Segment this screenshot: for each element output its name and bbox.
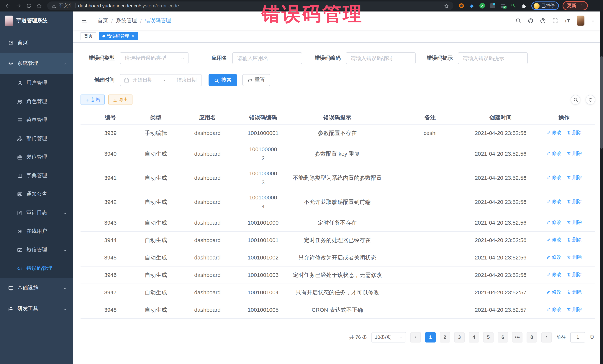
chevron-down-icon (63, 287, 67, 291)
sidebar-item-role-management[interactable]: 角色管理 (0, 92, 73, 111)
reload-button[interactable] (26, 3, 32, 9)
delete-link[interactable]: 删除 (567, 198, 582, 205)
app-name-input[interactable] (232, 52, 302, 64)
delete-link[interactable]: 删除 (567, 129, 582, 136)
reset-button[interactable]: 重置 (242, 74, 270, 86)
page-3[interactable]: 3 (454, 332, 464, 342)
edit-link[interactable]: 修改 (546, 288, 561, 296)
profile-paused-chip[interactable]: 已暂停 (531, 1, 559, 10)
scrollbar-thumb[interactable] (600, 56, 603, 149)
cell-type: 自动生成 (140, 249, 172, 266)
sidebar-item-dict-management[interactable]: 字典管理 (0, 166, 73, 185)
caret-icon (591, 19, 595, 23)
pencil-icon (546, 151, 551, 156)
sidebar-item-error-code-management[interactable]: 错误码管理 (0, 259, 73, 278)
extension-gray-grid-icon[interactable] (490, 3, 495, 9)
delete-link[interactable]: 删除 (567, 219, 582, 226)
error-code-input[interactable] (346, 52, 416, 64)
users-icon (17, 99, 23, 104)
delete-link[interactable]: 删除 (567, 254, 582, 261)
sidebar-item-dev-tools[interactable]: 研发工具 (0, 298, 73, 319)
date-range-picker[interactable]: 开始日期 - 结束日期 (120, 74, 202, 86)
sidebar-item-sms-management[interactable]: 短信管理 (0, 241, 73, 259)
extension-green-key-icon[interactable] (510, 3, 516, 9)
page-2[interactable]: 2 (440, 332, 450, 342)
cell-id: 3945 (81, 249, 140, 266)
sidebar-item-home[interactable]: 首页 (0, 32, 73, 53)
prev-page-button[interactable] (410, 332, 421, 342)
extension-orange-ring-icon[interactable] (459, 3, 464, 9)
back-button[interactable] (5, 3, 11, 9)
toggle-search-button[interactable] (571, 95, 580, 105)
fullscreen-icon[interactable] (552, 17, 558, 24)
delete-link[interactable]: 删除 (567, 174, 582, 181)
tag-错误码管理[interactable]: 错误码管理 (99, 32, 138, 40)
extension-green-check-icon[interactable]: ✓ (479, 3, 485, 9)
edit-link[interactable]: 修改 (546, 271, 561, 278)
page-size-select[interactable]: 10条/页 (371, 332, 406, 342)
search-icon[interactable] (515, 17, 521, 24)
error-hint-input[interactable] (458, 52, 528, 64)
breadcrumb-system[interactable]: 系统管理 (116, 17, 137, 24)
browser-update-button[interactable]: 更新 (563, 1, 588, 10)
browser-menu-dots-icon[interactable] (579, 3, 583, 8)
extension-puzzle-icon[interactable] (521, 3, 527, 9)
error-code-table: 编号类型应用名错误码编码错误码提示备注创建时间操作 3939手动编辑dashbo… (81, 111, 595, 319)
edit-link[interactable]: 修改 (546, 236, 561, 243)
error-type-select[interactable]: 请选择错误码类型 (120, 52, 188, 64)
refresh-table-button[interactable] (586, 95, 595, 105)
forward-button[interactable] (16, 3, 22, 9)
sidebar-item-user-management[interactable]: 用户管理 (0, 74, 73, 92)
export-button[interactable]: 导出 (108, 95, 132, 105)
sidebar-item-system-management[interactable]: 系统管理 (0, 53, 73, 74)
github-icon[interactable] (528, 17, 533, 24)
cell-type: 自动生成 (140, 284, 172, 301)
sidebar-item-audit-log[interactable]: 审计日志 (0, 203, 73, 222)
page-5[interactable]: 5 (483, 332, 494, 342)
edit-link[interactable]: 修改 (546, 129, 561, 136)
chevron-down-icon[interactable] (591, 18, 595, 23)
hamburger-icon[interactable] (82, 17, 88, 24)
sidebar-item-online-users[interactable]: 在线用户 (0, 222, 73, 241)
sidebar-item-menu-management[interactable]: 菜单管理 (0, 111, 73, 129)
close-icon[interactable] (131, 34, 135, 38)
sidebar-item-notice-announcement[interactable]: 通知公告 (0, 185, 73, 203)
tag-首页[interactable]: 首页 (81, 32, 96, 40)
page-4[interactable]: 4 (469, 332, 479, 342)
sidebar-item-infrastructure[interactable]: 基础设施 (0, 278, 73, 298)
edit-link[interactable]: 修改 (546, 219, 561, 226)
add-button[interactable]: 新增 (81, 95, 105, 105)
url-bar[interactable]: 不安全 dashboard.yudao.iocoder.cn/system/er… (47, 1, 453, 10)
fontsize-icon[interactable]: TT (564, 17, 570, 24)
edit-link[interactable]: 修改 (546, 254, 561, 261)
page-1[interactable]: 1 (425, 332, 436, 342)
trash-icon (567, 290, 571, 294)
sidebar-item-dept-management[interactable]: 部门管理 (0, 129, 73, 148)
sidebar-item-post-management[interactable]: 岗位管理 (0, 148, 73, 166)
page-8[interactable]: 8 (527, 332, 537, 342)
delete-link[interactable]: 删除 (567, 288, 582, 296)
goto-page-input[interactable] (570, 332, 585, 342)
user-avatar[interactable] (577, 16, 584, 26)
edit-link[interactable]: 修改 (546, 198, 561, 205)
page-ellipsis[interactable]: ••• (512, 332, 522, 342)
help-icon[interactable] (540, 17, 546, 24)
app-logo[interactable]: 芋道管理系统 (0, 11, 73, 30)
extension-on-toggle-icon[interactable]: on (500, 3, 506, 9)
breadcrumb-home[interactable]: 首页 (98, 17, 108, 24)
bookmark-star-icon[interactable] (444, 3, 449, 9)
next-page-button[interactable] (541, 332, 552, 342)
delete-link[interactable]: 删除 (567, 306, 582, 313)
edit-link[interactable]: 修改 (546, 306, 561, 313)
delete-link[interactable]: 删除 (567, 271, 582, 278)
home-button[interactable] (36, 3, 42, 9)
page-6[interactable]: 6 (498, 332, 508, 342)
delete-link[interactable]: 删除 (567, 236, 582, 243)
cell-memo (392, 231, 468, 249)
search-button[interactable]: 搜索 (209, 74, 237, 86)
edit-link[interactable]: 修改 (546, 174, 561, 181)
delete-link[interactable]: 删除 (567, 150, 582, 157)
extension-blue-gem-icon[interactable]: ◆ (469, 3, 475, 9)
window-scrollbar[interactable] (600, 11, 603, 364)
edit-link[interactable]: 修改 (546, 150, 561, 157)
